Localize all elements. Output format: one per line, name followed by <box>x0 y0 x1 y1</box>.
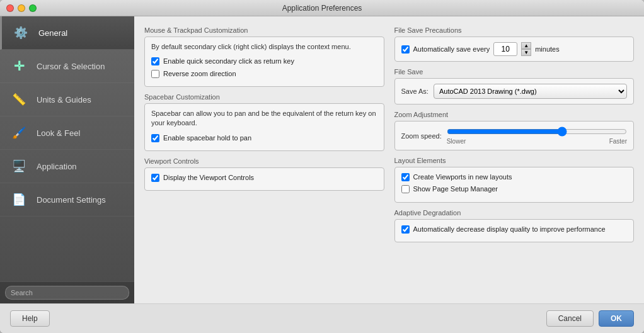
minimize-button[interactable] <box>18 4 25 12</box>
file-save-header: File Save <box>394 68 635 76</box>
sidebar-item-general[interactable]: ⚙️ General <box>0 16 134 50</box>
window-title: Application Preferences <box>282 4 362 13</box>
viewport-controls-row: Display the Viewport Controls <box>151 173 377 182</box>
page-setup-label: Show Page Setup Manager <box>413 184 498 193</box>
zoom-row: Zoom speed: Slower Faster <box>395 121 634 150</box>
zoom-adjustment-header: Zoom Adjustment <box>394 111 635 118</box>
search-input[interactable] <box>5 286 129 300</box>
file-save-precautions-section: File Save Precautions Automatically save… <box>394 26 635 62</box>
maximize-button[interactable] <box>29 4 37 12</box>
file-save-section: File Save Save As: AutoCAD 2013 Drawing … <box>394 68 635 104</box>
sidebar-search <box>0 281 134 303</box>
spacebar-pan-row: Enable spacebar hold to pan <box>151 133 377 142</box>
app-icon: 🖥️ <box>9 156 29 176</box>
spacebar-pan-label: Enable spacebar hold to pan <box>163 133 251 142</box>
viewport-section: Viewport Controls Display the Viewport C… <box>144 157 384 191</box>
columns: Mouse & Trackpad Customization By defaul… <box>144 26 634 293</box>
file-save-precautions-box: Automatically save every ▲ ▼ minutes <box>394 37 635 62</box>
spinner-up-button[interactable]: ▲ <box>521 42 531 49</box>
save-as-row: Save As: AutoCAD 2013 Drawing (*.dwg) Au… <box>395 79 634 104</box>
autosave-checkbox[interactable] <box>401 45 410 54</box>
reverse-zoom-row: Reverse zoom direction <box>151 69 377 78</box>
viewport-controls-label: Display the Viewport Controls <box>163 173 254 182</box>
quick-secondary-checkbox[interactable] <box>151 57 159 65</box>
left-column: Mouse & Trackpad Customization By defaul… <box>144 26 384 293</box>
sidebar: ⚙️ General ✛ Cursor & Selection 📏 Units … <box>0 16 134 303</box>
autosave-unit: minutes <box>535 45 560 54</box>
spacebar-pan-checkbox[interactable] <box>151 134 159 142</box>
zoom-slower-label: Slower <box>447 138 466 145</box>
zoom-faster-label: Faster <box>609 138 627 145</box>
spacebar-content: Spacebar can allow you to pan and be the… <box>145 104 384 150</box>
save-as-select[interactable]: AutoCAD 2013 Drawing (*.dwg) AutoCAD 201… <box>434 84 627 99</box>
gear-icon: ⚙️ <box>11 23 31 43</box>
help-button[interactable]: Help <box>10 310 50 327</box>
bottom-bar: Help Cancel OK <box>0 303 644 333</box>
mouse-trackpad-section: Mouse & Trackpad Customization By defaul… <box>144 26 384 87</box>
layout-elements-box: Create Viewports in new layouts Show Pag… <box>394 167 635 203</box>
create-viewports-checkbox[interactable] <box>401 173 410 181</box>
viewport-box: Display the Viewport Controls <box>144 167 384 191</box>
adaptive-deg-row: Automatically decrease display quality t… <box>401 225 628 234</box>
layout-elements-header: Layout Elements <box>394 157 635 164</box>
create-viewports-row: Create Viewports in new layouts <box>401 172 628 181</box>
mouse-trackpad-header: Mouse & Trackpad Customization <box>144 26 384 34</box>
spacebar-desc: Spacebar can allow you to pan and be the… <box>151 109 377 128</box>
sidebar-item-document-settings[interactable]: 📄 Document Settings <box>0 183 134 217</box>
create-viewports-label: Create Viewports in new layouts <box>413 172 512 181</box>
main-panel: Mouse & Trackpad Customization By defaul… <box>134 16 644 303</box>
spinner-down-button[interactable]: ▼ <box>521 49 531 56</box>
ok-button[interactable]: OK <box>599 310 634 327</box>
zoom-slider-wrap: Slower Faster <box>447 127 627 145</box>
zoom-labels: Slower Faster <box>447 138 627 145</box>
file-save-precautions-header: File Save Precautions <box>394 26 635 34</box>
sidebar-item-cursor-selection[interactable]: ✛ Cursor & Selection <box>0 50 134 83</box>
window: Application Preferences ⚙️ General ✛ Cur… <box>0 0 644 333</box>
viewport-controls-checkbox[interactable] <box>151 174 159 182</box>
spacebar-box: Spacebar can allow you to pan and be the… <box>144 103 384 151</box>
viewport-content: Display the Viewport Controls <box>145 168 384 190</box>
mouse-trackpad-desc: By default secondary click (right click)… <box>151 42 377 52</box>
close-button[interactable] <box>6 4 14 12</box>
ruler-icon: 📏 <box>9 89 29 110</box>
page-setup-row: Show Page Setup Manager <box>401 184 628 193</box>
reverse-zoom-label: Reverse zoom direction <box>163 69 236 78</box>
save-as-label: Save As: <box>401 87 428 95</box>
adaptive-degradation-header: Adaptive Degradation <box>394 209 635 217</box>
mouse-trackpad-box: By default secondary click (right click)… <box>144 37 384 87</box>
titlebar-buttons <box>6 4 37 12</box>
adaptive-deg-checkbox[interactable] <box>401 225 410 234</box>
layout-elements-content: Create Viewports in new layouts Show Pag… <box>395 167 634 202</box>
sidebar-items: ⚙️ General ✛ Cursor & Selection 📏 Units … <box>0 16 134 281</box>
cursor-icon: ✛ <box>9 56 29 76</box>
right-buttons: Cancel OK <box>546 310 634 327</box>
zoom-adjustment-section: Zoom Adjustment Zoom speed: Slower Faste… <box>394 111 635 150</box>
document-icon: 📄 <box>9 189 29 210</box>
quick-secondary-label: Enable quick secondary click as return k… <box>163 57 294 65</box>
cancel-button[interactable]: Cancel <box>546 310 594 327</box>
right-column: File Save Precautions Automatically save… <box>394 26 635 293</box>
autosave-row: Automatically save every ▲ ▼ minutes <box>395 37 634 61</box>
spacebar-section: Spacebar Customization Spacebar can allo… <box>144 93 384 151</box>
autosave-label: Automatically save every <box>413 45 490 54</box>
sidebar-item-look-feel[interactable]: 🖌️ Look & Feel <box>0 116 134 150</box>
titlebar: Application Preferences <box>0 0 644 16</box>
sidebar-item-units-guides[interactable]: 📏 Units & Guides <box>0 83 134 116</box>
layout-elements-section: Layout Elements Create Viewports in new … <box>394 157 635 203</box>
mouse-trackpad-content: By default secondary click (right click)… <box>145 37 384 86</box>
paint-icon: 🖌️ <box>9 123 29 143</box>
quick-secondary-row: Enable quick secondary click as return k… <box>151 57 377 65</box>
zoom-speed-label: Zoom speed: <box>401 132 442 140</box>
content-area: ⚙️ General ✛ Cursor & Selection 📏 Units … <box>0 16 644 303</box>
zoom-adjustment-box: Zoom speed: Slower Faster <box>394 121 635 150</box>
page-setup-checkbox[interactable] <box>401 185 410 193</box>
autosave-number-input[interactable] <box>493 42 517 56</box>
file-save-box: Save As: AutoCAD 2013 Drawing (*.dwg) Au… <box>394 78 635 104</box>
viewport-header: Viewport Controls <box>144 157 384 165</box>
adaptive-degradation-box: Automatically decrease display quality t… <box>394 219 635 242</box>
reverse-zoom-checkbox[interactable] <box>151 70 159 78</box>
spacebar-header: Spacebar Customization <box>144 93 384 101</box>
zoom-slider[interactable] <box>447 127 627 137</box>
adaptive-degradation-content: Automatically decrease display quality t… <box>395 220 634 242</box>
sidebar-item-application[interactable]: 🖥️ Application <box>0 150 134 183</box>
